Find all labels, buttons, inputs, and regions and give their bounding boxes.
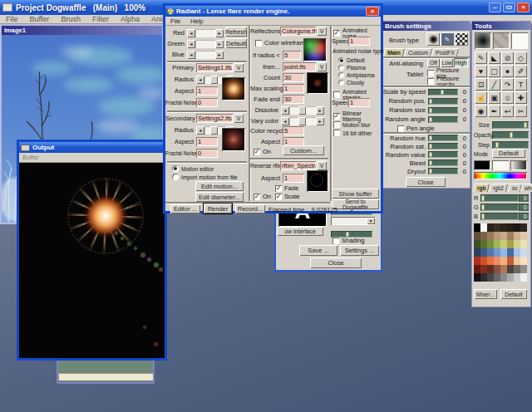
render-button[interactable]: Render: [204, 204, 232, 213]
tab-wheel[interactable]: wheel: [520, 184, 532, 192]
checkbox-icon[interactable]: ✓: [275, 194, 282, 200]
gray-gradient-swatch[interactable]: [510, 160, 527, 170]
field-input[interactable]: 30: [283, 95, 304, 104]
pen-brush-icon[interactable]: ✎: [441, 32, 454, 46]
dropdown-v-button[interactable]: V: [317, 62, 327, 71]
palette-swatch[interactable]: [507, 223, 514, 232]
slider[interactable]: [428, 116, 458, 123]
checkbox-icon[interactable]: [332, 238, 339, 244]
scatter-brush-icon[interactable]: [455, 32, 468, 46]
tab-main[interactable]: Main: [383, 48, 405, 56]
palette-swatch[interactable]: [487, 273, 494, 282]
menu-item[interactable]: Alpha: [121, 15, 140, 23]
palette-swatch[interactable]: [514, 240, 520, 248]
palette-swatch[interactable]: [500, 223, 507, 232]
scroll-left-icon[interactable]: ◄: [187, 40, 195, 48]
palette-swatch[interactable]: [507, 248, 514, 257]
palette-swatch[interactable]: [494, 265, 500, 273]
show-buffer-button[interactable]: Show buffer: [332, 189, 379, 199]
palette-swatch[interactable]: [500, 257, 507, 265]
dropdown-v-button[interactable]: V: [234, 63, 244, 72]
palette-swatch[interactable]: [494, 257, 500, 265]
dropdown-v-button[interactable]: V: [234, 114, 244, 123]
menu-item[interactable]: Buffer: [22, 154, 39, 161]
menu-item[interactable]: Brush: [61, 15, 81, 23]
primary-fractal-input[interactable]: 0: [196, 98, 218, 107]
checkbox-icon[interactable]: [427, 78, 434, 85]
menu-item[interactable]: File: [170, 17, 180, 25]
palette-swatch[interactable]: [487, 240, 494, 248]
dropdown-v-button[interactable]: V: [317, 27, 327, 36]
plugin-dropdown[interactable]: ▼: [331, 217, 375, 225]
palette-swatch[interactable]: [480, 232, 487, 240]
slider[interactable]: [480, 204, 519, 211]
palette-swatch[interactable]: [520, 257, 527, 265]
checkbox-option[interactable]: ✓ Bilinear filtering: [333, 112, 381, 120]
checkbox-icon[interactable]: ✓: [275, 185, 282, 192]
move-tool[interactable]: ✚: [515, 91, 527, 104]
slider[interactable]: [480, 194, 519, 202]
palette-swatch[interactable]: [480, 257, 487, 265]
radio-icon[interactable]: [172, 174, 179, 180]
scale-checkbox[interactable]: ✓ Scale: [275, 193, 300, 200]
slider[interactable]: [492, 141, 529, 149]
eraser-tool[interactable]: ✐: [515, 65, 527, 77]
checkbox-option[interactable]: 16 bit dither: [333, 129, 381, 137]
palette-swatch[interactable]: [520, 232, 527, 240]
brush-preview-swatch[interactable]: [475, 32, 491, 49]
close-button[interactable]: Close: [406, 177, 446, 187]
scroll-right-icon[interactable]: ►: [215, 40, 224, 48]
menu-item[interactable]: Help: [190, 17, 203, 25]
pen-angle-checkbox[interactable]: Pen angle: [397, 125, 435, 132]
palette-swatch[interactable]: [494, 248, 500, 257]
palette-swatch[interactable]: [474, 257, 480, 265]
on2-checkbox[interactable]: ✓ On: [254, 193, 271, 200]
palette-swatch[interactable]: [474, 265, 480, 273]
paint-tool[interactable]: ✎: [475, 52, 487, 64]
checkbox-icon[interactable]: ✓: [254, 149, 260, 155]
slider[interactable]: [428, 107, 458, 114]
send-to-dogwaffle-button[interactable]: Send to Dogwaffle: [332, 199, 379, 209]
palette-swatch[interactable]: [494, 240, 500, 248]
fade-checkbox[interactable]: ✓ Fade: [275, 184, 298, 192]
palette-swatch[interactable]: [487, 257, 494, 265]
scroll-right-icon[interactable]: ►: [316, 106, 324, 115]
scroll-right-icon[interactable]: ►: [215, 51, 224, 59]
palette-swatch[interactable]: [480, 248, 487, 257]
channel-scrollbar[interactable]: ◄ ►: [187, 29, 224, 37]
dissolve-scrollbar[interactable]: ◄ ►: [281, 106, 324, 115]
radio-icon[interactable]: [338, 72, 344, 78]
slider[interactable]: [428, 151, 458, 158]
palette-swatch[interactable]: [500, 248, 507, 257]
palette-swatch[interactable]: [487, 232, 494, 240]
default-button[interactable]: Default: [225, 38, 247, 48]
palette-swatch[interactable]: [487, 248, 494, 257]
slider[interactable]: [428, 168, 458, 174]
radio-option[interactable]: Cloudy: [338, 79, 375, 86]
checkbox-icon[interactable]: ✓: [254, 194, 260, 200]
palette-swatch[interactable]: [514, 223, 520, 232]
palette-swatch[interactable]: [514, 257, 520, 265]
cut-tool[interactable]: ✂: [515, 105, 527, 117]
aa-high-button[interactable]: High: [454, 58, 468, 67]
palette-swatch[interactable]: [514, 248, 520, 257]
default-button[interactable]: Default: [500, 289, 527, 299]
stamp-tool[interactable]: ▣: [488, 91, 500, 104]
palette-swatch[interactable]: [500, 265, 507, 273]
speed-input[interactable]: 1: [348, 37, 370, 46]
close-button[interactable]: Close: [310, 258, 362, 268]
palette-swatch[interactable]: [520, 240, 527, 248]
palette-swatch[interactable]: [487, 265, 494, 273]
checkbox-icon[interactable]: [333, 121, 340, 128]
mixer-button[interactable]: Mixer...: [474, 289, 497, 299]
vary-color-scrollbar[interactable]: ◄ ►: [281, 117, 324, 125]
texture-swatch[interactable]: [493, 32, 510, 49]
radiant-title-bar[interactable]: ☢ Radiant - Lense flare render engine. ×: [165, 6, 381, 17]
aa-low-button[interactable]: Low: [441, 58, 453, 67]
curve-tool[interactable]: ↷: [501, 78, 514, 91]
palette-swatch[interactable]: [487, 223, 494, 232]
field-input[interactable]: 5: [283, 126, 304, 135]
checkbox-icon[interactable]: [427, 70, 434, 76]
rect-select-tool[interactable]: ▢: [488, 65, 500, 77]
slider[interactable]: [492, 131, 529, 139]
